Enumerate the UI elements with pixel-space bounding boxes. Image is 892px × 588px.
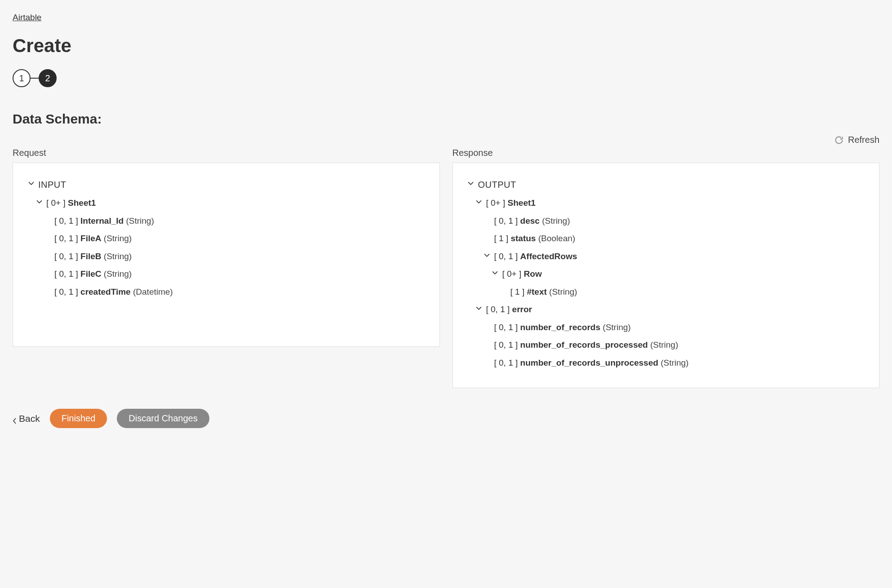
- field-name: AffectedRows: [520, 252, 577, 261]
- stepper: 1 2: [13, 69, 879, 87]
- cardinality: [ 0+ ]: [46, 198, 66, 208]
- field-type: (Datetime): [133, 287, 173, 296]
- field-type: (String): [603, 323, 630, 332]
- request-column: Request INPUT [ 0+ ] Sheet1 [ 0, 1 ] Int…: [13, 148, 440, 388]
- tree-leaf: [ 0, 1 ] createdTime (Datetime): [27, 283, 425, 301]
- refresh-button[interactable]: Refresh: [13, 135, 879, 145]
- finished-button[interactable]: Finished: [50, 409, 107, 428]
- tree-leaf: [ 0, 1 ] Internal_Id (String): [27, 212, 425, 230]
- field-name: Row: [524, 269, 542, 279]
- tree-leaf: [ 0, 1 ] number_of_records (String): [467, 318, 865, 336]
- request-label: Request: [13, 148, 440, 158]
- field-name: FileB: [80, 252, 101, 261]
- step-2[interactable]: 2: [39, 69, 57, 87]
- field-name: Internal_Id: [80, 216, 124, 225]
- actions-row: Back Finished Discard Changes: [13, 409, 879, 428]
- field-name: number_of_records: [520, 323, 600, 332]
- section-title: Data Schema:: [13, 111, 879, 127]
- chevron-down-icon: [27, 180, 35, 186]
- refresh-icon: [834, 136, 843, 145]
- field-name: status: [510, 234, 536, 243]
- tree-root-output[interactable]: OUTPUT: [467, 176, 865, 194]
- refresh-label: Refresh: [848, 135, 879, 145]
- cardinality: [ 0, 1 ]: [494, 358, 518, 367]
- cardinality: [ 0, 1 ]: [494, 340, 518, 349]
- field-type: (String): [104, 269, 132, 279]
- chevron-down-icon: [475, 305, 483, 311]
- tree-leaf: [ 0, 1 ] number_of_records_unprocessed (…: [467, 354, 865, 372]
- field-type: (String): [661, 358, 688, 367]
- step-connector: [31, 78, 39, 79]
- tree-node-affectedrows[interactable]: [ 0, 1 ] AffectedRows: [467, 248, 865, 265]
- page-title: Create: [13, 35, 879, 57]
- back-label: Back: [19, 413, 40, 424]
- chevron-left-icon: [13, 416, 17, 422]
- step-1[interactable]: 1: [13, 69, 31, 87]
- request-panel: INPUT [ 0+ ] Sheet1 [ 0, 1 ] Internal_Id…: [13, 163, 440, 347]
- tree-root-label: OUTPUT: [478, 178, 516, 191]
- chevron-down-icon: [492, 270, 499, 275]
- response-label: Response: [453, 148, 880, 158]
- field-name: createdTime: [80, 287, 131, 296]
- chevron-down-icon: [484, 252, 491, 258]
- tree-node-sheet1-input[interactable]: [ 0+ ] Sheet1: [27, 194, 425, 212]
- field-name: desc: [520, 216, 540, 225]
- cardinality: [ 0, 1 ]: [54, 234, 78, 243]
- discard-button[interactable]: Discard Changes: [117, 409, 209, 428]
- breadcrumb-airtable[interactable]: Airtable: [13, 13, 41, 22]
- tree-leaf: [ 0, 1 ] FileC (String): [27, 265, 425, 283]
- tree-leaf: [ 0, 1 ] desc (String): [467, 212, 865, 230]
- tree-leaf: [ 0, 1 ] FileA (String): [27, 230, 425, 248]
- tree-node-row[interactable]: [ 0+ ] Row: [467, 265, 865, 283]
- field-type: (String): [542, 216, 570, 225]
- field-name: FileC: [80, 269, 101, 279]
- field-name: FileA: [80, 234, 101, 243]
- tree-leaf: [ 0, 1 ] number_of_records_processed (St…: [467, 336, 865, 354]
- field-type: (String): [104, 234, 132, 243]
- field-name: number_of_records_unprocessed: [520, 358, 658, 367]
- chevron-down-icon: [36, 199, 43, 204]
- field-type: (String): [549, 287, 577, 296]
- cardinality: [ 1 ]: [494, 234, 509, 243]
- cardinality: [ 1 ]: [510, 287, 525, 296]
- cardinality: [ 0, 1 ]: [486, 305, 510, 314]
- tree-leaf: [ 0, 1 ] FileB (String): [27, 248, 425, 265]
- tree-leaf: [ 1 ] status (Boolean): [467, 230, 865, 248]
- response-column: Response OUTPUT [ 0+ ] Sheet1 [ 0, 1 ] d…: [453, 148, 880, 388]
- field-name: #text: [527, 287, 546, 296]
- field-name: error: [512, 305, 532, 314]
- tree-leaf: [ 1 ] #text (String): [467, 283, 865, 301]
- cardinality: [ 0, 1 ]: [54, 287, 78, 296]
- field-type: (String): [104, 252, 132, 261]
- field-name: number_of_records_processed: [520, 340, 648, 349]
- cardinality: [ 0, 1 ]: [494, 323, 518, 332]
- chevron-down-icon: [467, 180, 475, 186]
- cardinality: [ 0, 1 ]: [54, 269, 78, 279]
- field-name: Sheet1: [68, 198, 96, 208]
- field-type: (String): [650, 340, 678, 349]
- field-type: (Boolean): [538, 234, 575, 243]
- cardinality: [ 0, 1 ]: [494, 252, 518, 261]
- cardinality: [ 0+ ]: [502, 269, 522, 279]
- back-button[interactable]: Back: [13, 413, 40, 424]
- cardinality: [ 0, 1 ]: [54, 252, 78, 261]
- cardinality: [ 0+ ]: [486, 198, 506, 208]
- response-panel: OUTPUT [ 0+ ] Sheet1 [ 0, 1 ] desc (Stri…: [453, 163, 880, 388]
- field-name: Sheet1: [508, 198, 536, 208]
- chevron-down-icon: [475, 199, 483, 204]
- cardinality: [ 0, 1 ]: [494, 216, 518, 225]
- tree-node-sheet1-output[interactable]: [ 0+ ] Sheet1: [467, 194, 865, 212]
- tree-node-error[interactable]: [ 0, 1 ] error: [467, 301, 865, 318]
- cardinality: [ 0, 1 ]: [54, 216, 78, 225]
- field-type: (String): [126, 216, 154, 225]
- tree-root-input[interactable]: INPUT: [27, 176, 425, 194]
- tree-root-label: INPUT: [38, 178, 67, 191]
